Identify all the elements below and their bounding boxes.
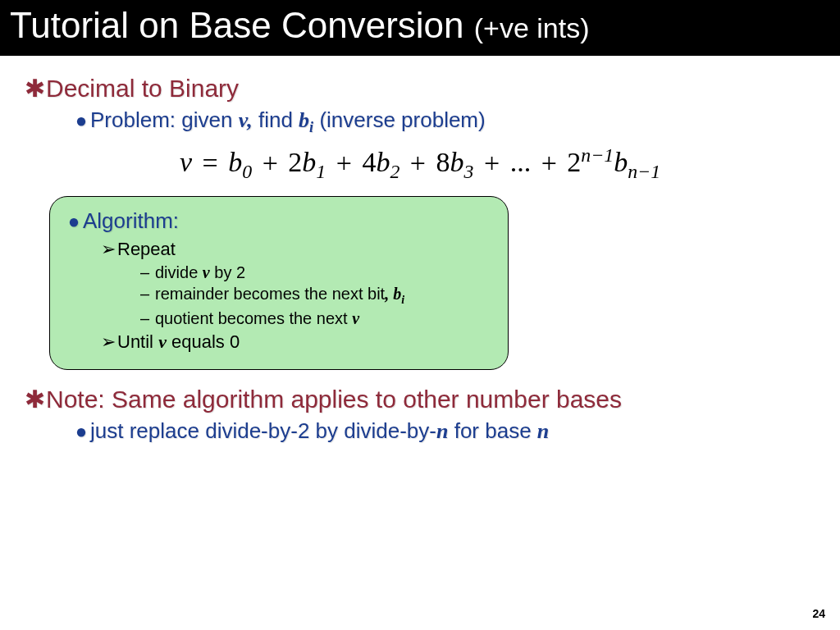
- eq-b1: b: [302, 148, 316, 178]
- dot-bullet-icon: ●: [72, 420, 90, 443]
- eq-b0: b: [228, 148, 242, 178]
- step3-pre: quotient becomes the next: [155, 309, 352, 327]
- eq-cn-sup: n−1: [581, 144, 614, 166]
- title-bar: Tutorial on Base Conversion (+ve ints): [0, 0, 840, 56]
- page-number: 24: [812, 607, 825, 620]
- star-bullet-icon: ✱: [23, 74, 46, 103]
- eq-plus-1: +: [259, 148, 281, 178]
- step1-post: by 2: [210, 263, 245, 281]
- dash-bullet-icon: –: [140, 263, 155, 282]
- eq-b2: b: [376, 148, 390, 178]
- step2-b-sub: i: [401, 294, 404, 306]
- step2-comma: ,: [385, 285, 393, 303]
- note-sub-pre: just replace divide-by-2 by divide-by-: [90, 418, 436, 443]
- eq-b3: b: [450, 148, 464, 178]
- note-sub-n1: n: [436, 419, 448, 443]
- until-pre: Until: [117, 331, 158, 352]
- eq-b1-sub: 1: [316, 161, 326, 182]
- star-bullet-icon: ✱: [23, 385, 46, 413]
- note-sub-n2: n: [537, 419, 549, 443]
- eq-dots: ...: [510, 148, 532, 178]
- problem-var-b: b: [299, 108, 309, 132]
- dash-bullet-icon: –: [140, 309, 155, 328]
- problem-suffix: (inverse problem): [313, 107, 486, 132]
- eq-bn-sub: n−1: [628, 161, 660, 182]
- eq-b0-sub: 0: [242, 161, 252, 182]
- step1-v: v: [203, 263, 210, 281]
- slide: Tutorial on Base Conversion (+ve ints) ✱…: [0, 0, 840, 630]
- until-v: v: [158, 331, 167, 352]
- algorithm-repeat: ➢Repeat: [101, 239, 493, 260]
- problem-mid: find: [253, 107, 299, 132]
- equation: v = b0 + 2b1 + 4b2 + 8b3 + ... + 2n−1bn−…: [23, 144, 817, 183]
- eq-c2: 4: [362, 148, 376, 178]
- heading-text: Decimal to Binary: [46, 75, 239, 102]
- eq-cn: 2: [567, 148, 581, 178]
- algorithm-label-line: ●Algorithm:: [65, 208, 493, 234]
- algorithm-box: ●Algorithm: ➢Repeat –divide v by 2 –rema…: [49, 196, 509, 370]
- eq-plus-4: +: [481, 148, 503, 178]
- eq-c3: 8: [436, 148, 450, 178]
- arrow-bullet-icon: ➢: [101, 331, 117, 353]
- problem-line: ●Problem: given v, find bi (inverse prob…: [72, 107, 817, 136]
- dot-bullet-icon: ●: [65, 210, 83, 233]
- repeat-text: Repeat: [117, 239, 176, 259]
- algorithm-until: ➢Until v equals 0: [101, 331, 493, 353]
- eq-bn: b: [614, 148, 628, 178]
- step2-pre: remainder becomes the next bit: [155, 285, 385, 303]
- eq-plus-2: +: [333, 148, 355, 178]
- problem-prefix: Problem: given: [90, 107, 239, 132]
- step1-pre: divide: [155, 263, 203, 281]
- algorithm-step-1: –divide v by 2: [140, 263, 493, 282]
- dot-bullet-icon: ●: [72, 109, 90, 132]
- heading-note: ✱Note: Same algorithm applies to other n…: [23, 385, 817, 413]
- eq-b2-sub: 2: [390, 161, 399, 182]
- eq-plus-5: +: [538, 148, 560, 178]
- eq-c1: 2: [288, 148, 302, 178]
- note-sub-line: ●just replace divide-by-2 by divide-by-n…: [72, 418, 817, 444]
- arrow-bullet-icon: ➢: [101, 239, 117, 260]
- algorithm-label: Algorithm:: [83, 208, 179, 233]
- step2-b: b: [393, 285, 401, 303]
- eq-b3-sub: 3: [464, 161, 474, 182]
- algorithm-step-3: –quotient becomes the next v: [140, 309, 493, 328]
- note-text: Note: Same algorithm applies to other nu…: [46, 386, 622, 413]
- problem-var-v: v,: [239, 108, 253, 132]
- eq-v: v: [180, 148, 192, 178]
- dash-bullet-icon: –: [140, 285, 155, 304]
- note-sub-mid: for base: [448, 418, 536, 443]
- eq-plus-3: +: [407, 148, 429, 178]
- algorithm-step-2: –remainder becomes the next bit, bi: [140, 285, 493, 307]
- heading-decimal-to-binary: ✱Decimal to Binary: [23, 74, 817, 103]
- eq-equals: =: [199, 148, 221, 178]
- until-post: equals 0: [167, 331, 240, 352]
- slide-content: ✱Decimal to Binary ●Problem: given v, fi…: [0, 56, 840, 444]
- step3-v: v: [352, 309, 359, 327]
- slide-title-sub: (+ve ints): [474, 12, 590, 43]
- slide-title-main: Tutorial on Base Conversion: [10, 5, 474, 45]
